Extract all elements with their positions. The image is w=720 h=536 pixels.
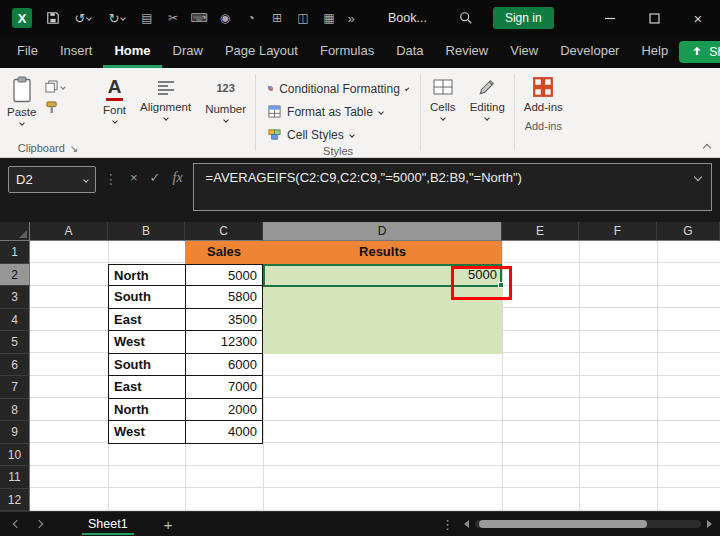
row-header-3[interactable]: 3 <box>0 286 30 309</box>
row-header-7[interactable]: 7 <box>0 376 30 399</box>
copy-button[interactable] <box>45 80 65 93</box>
sheet-bar-menu-icon[interactable]: ⋮ <box>441 517 454 532</box>
horizontal-scrollbar[interactable] <box>475 520 701 528</box>
cell-b7[interactable]: East <box>108 376 185 399</box>
excel-logo-icon[interactable]: X <box>12 8 32 28</box>
number-button[interactable]: 123 Number <box>198 72 253 126</box>
column-header-b[interactable]: B <box>108 222 185 241</box>
ribbon-tab-page-layout[interactable]: Page Layout <box>214 37 309 68</box>
cell-c7[interactable]: 7000 <box>185 376 263 399</box>
qat-pin-button[interactable]: ◉ <box>212 5 238 31</box>
horizontal-scrollbar-thumb[interactable] <box>479 520 647 528</box>
ribbon-tab-formulas[interactable]: Formulas <box>309 37 385 68</box>
column-header-f[interactable]: F <box>579 222 657 241</box>
paste-button[interactable]: Paste <box>0 72 43 129</box>
row-header-12[interactable]: 12 <box>0 489 30 512</box>
cell-styles-button[interactable]: Cell Styles <box>268 124 408 145</box>
redo-button[interactable]: ↻ <box>100 5 134 31</box>
ribbon-tab-file[interactable]: File <box>6 37 49 68</box>
cell-d5[interactable] <box>263 331 502 354</box>
ribbon-tab-insert[interactable]: Insert <box>49 37 104 68</box>
formula-input[interactable]: =AVERAGEIFS(C2:C9,C2:C9,"=5000",B2:B9,"=… <box>193 163 712 211</box>
cell-b5[interactable]: West <box>108 331 185 354</box>
row-header-2[interactable]: 2 <box>0 264 30 287</box>
row-header-9[interactable]: 9 <box>0 421 30 444</box>
cell-d3[interactable] <box>263 286 502 309</box>
qat-overflow-button[interactable]: » <box>342 11 360 26</box>
font-button[interactable]: A Font <box>96 72 133 127</box>
row-header-6[interactable]: 6 <box>0 354 30 377</box>
format-as-table-button[interactable]: Format as Table <box>268 101 408 122</box>
cell-c8[interactable]: 2000 <box>185 399 263 422</box>
cell-c5[interactable]: 12300 <box>185 331 263 354</box>
cell-d4[interactable] <box>263 309 502 332</box>
sheet-tab-sheet1[interactable]: Sheet1 <box>82 514 134 535</box>
row-header-1[interactable]: 1 <box>0 241 30 264</box>
ribbon-tab-developer[interactable]: Developer <box>549 37 630 68</box>
maximize-button[interactable] <box>632 0 676 36</box>
ribbon-tab-data[interactable]: Data <box>385 37 434 68</box>
qat-notebook-button[interactable]: ▤ <box>134 5 160 31</box>
cancel-button[interactable]: × <box>130 170 138 185</box>
cell-b3[interactable]: South <box>108 286 185 309</box>
qat-window-button[interactable]: ◫ <box>290 5 316 31</box>
sign-in-button[interactable]: Sign in <box>493 7 554 29</box>
cell-b8[interactable]: North <box>108 399 185 422</box>
ribbon-tab-view[interactable]: View <box>499 37 549 68</box>
row-header-5[interactable]: 5 <box>0 331 30 354</box>
sheet-nav-previous-icon[interactable] <box>13 520 21 528</box>
new-sheet-button[interactable]: + <box>164 516 173 533</box>
row-header-11[interactable]: 11 <box>0 466 30 489</box>
ribbon-tab-help[interactable]: Help <box>630 37 679 68</box>
cells-button[interactable]: Cells <box>423 72 463 124</box>
select-all-corner[interactable] <box>0 222 30 241</box>
scroll-right-icon[interactable] <box>707 520 712 528</box>
format-painter-button[interactable] <box>45 101 65 114</box>
cell-c4[interactable]: 3500 <box>185 309 263 332</box>
qat-cut-button[interactable]: ✂ <box>160 5 186 31</box>
cell-d1-results[interactable]: Results <box>263 241 502 264</box>
cell-c6[interactable]: 6000 <box>185 354 263 377</box>
close-button[interactable]: × <box>676 0 720 36</box>
name-box[interactable]: D2 <box>8 166 96 193</box>
column-header-e[interactable]: E <box>502 222 579 241</box>
cell-c9[interactable]: 4000 <box>185 421 263 444</box>
minimize-button[interactable] <box>588 0 632 36</box>
alignment-button[interactable]: Alignment <box>133 72 198 124</box>
formula-bar-expand-icon[interactable] <box>694 173 702 181</box>
search-button[interactable] <box>453 5 479 31</box>
ribbon-tab-draw[interactable]: Draw <box>162 37 214 68</box>
save-button[interactable] <box>40 5 66 31</box>
cell-c1-sales[interactable]: Sales <box>185 241 263 264</box>
collapse-ribbon-icon[interactable] <box>703 144 711 152</box>
qat-clock-button[interactable]: ◔ <box>238 5 264 31</box>
cell-c2[interactable]: 5000 <box>185 264 263 287</box>
qat-grid-button[interactable]: ▦ <box>316 5 342 31</box>
ribbon-tab-review[interactable]: Review <box>435 37 500 68</box>
cell-b4[interactable]: East <box>108 309 185 332</box>
row-header-10[interactable]: 10 <box>0 444 30 467</box>
scroll-left-icon[interactable] <box>464 520 469 528</box>
qat-table-button[interactable]: ⊞ <box>264 5 290 31</box>
share-button[interactable]: Share <box>679 41 720 63</box>
conditional-formatting-button[interactable]: Conditional Formatting <box>268 78 408 99</box>
column-header-a[interactable]: A <box>30 222 108 241</box>
addins-button[interactable]: Add-ins <box>517 72 570 117</box>
column-header-d[interactable]: D <box>263 222 502 241</box>
fill-handle[interactable] <box>498 282 504 288</box>
column-header-g[interactable]: G <box>657 222 720 241</box>
qat-keyboard-button[interactable]: ⌨ <box>186 5 212 31</box>
cell-b9[interactable]: West <box>108 421 185 444</box>
ribbon-tab-home[interactable]: Home <box>103 37 161 68</box>
insert-function-button[interactable]: fx <box>173 170 183 186</box>
cell-b2[interactable]: North <box>108 264 185 287</box>
sheet-nav-next-icon[interactable] <box>35 520 43 528</box>
clipboard-dialog-launcher-icon[interactable]: ↘ <box>70 143 78 154</box>
editing-button[interactable]: Editing <box>463 72 512 124</box>
enter-button[interactable]: ✓ <box>150 170 161 185</box>
cell-c3[interactable]: 5800 <box>185 286 263 309</box>
column-header-c[interactable]: C <box>185 222 263 241</box>
row-header-8[interactable]: 8 <box>0 399 30 422</box>
cell-d2-active[interactable]: 5000 <box>263 264 502 287</box>
undo-button[interactable]: ↺ <box>66 5 100 31</box>
